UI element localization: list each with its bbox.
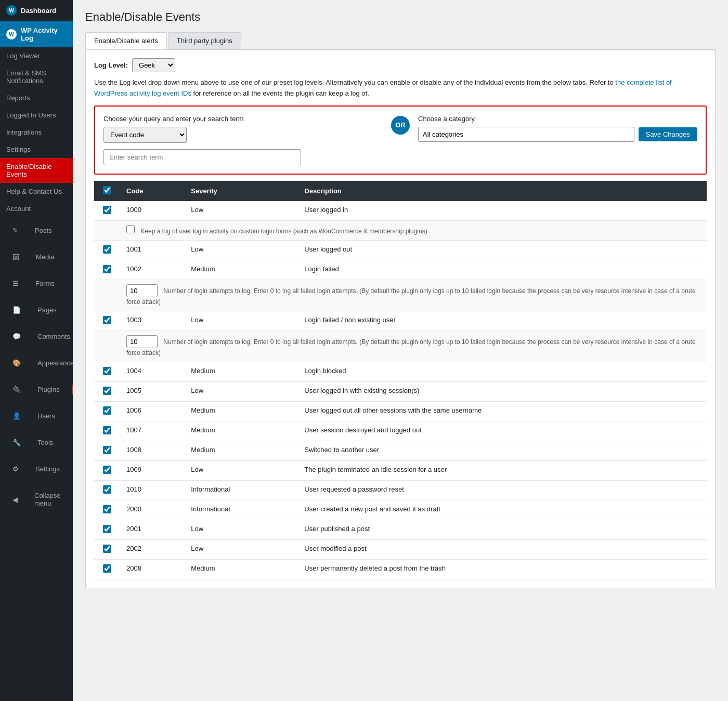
login-attempts-input-1002[interactable] — [126, 284, 158, 297]
cell-description-2008: User permanently deleted a post from the… — [298, 559, 707, 579]
sidebar-item-email-sms[interactable]: Email & SMS Notifications — [0, 64, 73, 89]
wpa-sub-nav: Log ViewerEmail & SMS NotificationsRepor… — [0, 47, 73, 217]
events-table: Code Severity Description 1000LowUser lo… — [94, 181, 707, 579]
wpa-icon: W — [6, 29, 17, 39]
wpa-label: WP Activity Log — [21, 27, 67, 42]
table-row: 1003LowLogin failed / non existing user — [94, 311, 707, 330]
table-row: 1004MediumLogin blocked — [94, 362, 707, 381]
cell-description-1006: User logged out all other sessions with … — [298, 401, 707, 421]
search-input[interactable] — [103, 149, 301, 165]
row-checkbox-1004[interactable] — [103, 367, 111, 375]
sidebar-item-appearance[interactable]: 🎨 Appearance — [0, 350, 73, 376]
sidebar-item-integrations[interactable]: Integrations — [0, 124, 73, 141]
cell-code-1002: 1002 — [120, 260, 185, 280]
sidebar-item-wp-settings[interactable]: ⚙ Settings — [0, 456, 73, 482]
cell-code-2008: 2008 — [120, 559, 185, 579]
cell-code-1010: 1010 — [120, 480, 185, 500]
cell-severity-1000: Low — [185, 201, 298, 221]
media-icon: 🖼 — [6, 248, 25, 266]
dashboard-label: Dashboard — [21, 7, 56, 15]
row-checkbox-1002[interactable] — [103, 265, 111, 273]
row-checkbox-2002[interactable] — [103, 545, 111, 553]
table-row: 1000LowUser logged in — [94, 201, 707, 221]
row-checkbox-1007[interactable] — [103, 426, 111, 434]
table-row: 1002MediumLogin failed — [94, 260, 707, 280]
save-changes-button[interactable]: Save Changes — [639, 127, 697, 141]
sidebar-item-collapse[interactable]: ◀ Collapse menu — [0, 482, 73, 517]
sub-checkbox-1000[interactable] — [126, 225, 135, 233]
dashboard-link[interactable]: W Dashboard — [0, 0, 73, 21]
sidebar-label-forms: Forms — [29, 275, 61, 292]
category-input[interactable] — [418, 127, 634, 142]
row-checkbox-1003[interactable] — [103, 316, 111, 324]
wp-icon: W — [6, 5, 17, 16]
sidebar-label-users: Users — [31, 407, 61, 425]
sidebar-label-tools: Tools — [31, 434, 59, 451]
search-query-label: Choose your query and enter your search … — [103, 115, 383, 123]
search-input-row — [103, 149, 697, 165]
cell-description-1005: User logged in with existing session(s) — [298, 381, 707, 401]
sidebar-item-pages[interactable]: 📄 Pages — [0, 297, 73, 323]
cell-severity-1007: Medium — [185, 421, 298, 441]
row-checkbox-1009[interactable] — [103, 466, 111, 474]
category-controls: Save Changes — [418, 127, 697, 142]
cell-severity-1010: Informational — [185, 480, 298, 500]
cell-description-1000: User logged in — [298, 201, 707, 221]
row-checkbox-1010[interactable] — [103, 485, 111, 494]
search-row: Choose your query and enter your search … — [103, 115, 697, 143]
tab-third-party[interactable]: Third party plugins — [168, 32, 241, 49]
sidebar-item-reports[interactable]: Reports — [0, 89, 73, 107]
comments-icon: 💬 — [6, 328, 27, 345]
login-attempts-input-1003[interactable] — [126, 335, 158, 348]
cell-description-1010: User requested a password reset — [298, 480, 707, 500]
pages-icon: 📄 — [6, 301, 27, 319]
search-type-dropdown[interactable]: Event code Severity Description — [103, 127, 187, 143]
sidebar-item-enable-disable[interactable]: Enable/Disable Events — [0, 158, 73, 183]
cell-severity-2000: Informational — [185, 500, 298, 520]
cell-code-2002: 2002 — [120, 539, 185, 559]
sidebar-item-comments[interactable]: 💬 Comments — [0, 323, 73, 350]
sidebar: W Dashboard W WP Activity Log Log Viewer… — [0, 0, 73, 701]
sidebar-item-forms[interactable]: ☰ Forms — [0, 270, 73, 297]
row-checkbox-2008[interactable] — [103, 564, 111, 573]
sidebar-item-log-viewer[interactable]: Log Viewer — [0, 47, 73, 64]
sidebar-item-posts[interactable]: ✎ Posts — [0, 217, 73, 244]
sidebar-item-plugins[interactable]: 🔌 Plugins1 — [0, 376, 73, 403]
row-checkbox-1001[interactable] — [103, 245, 111, 254]
sub-row-content-1003: Number of login attempts to log. Enter 0… — [120, 330, 707, 362]
cell-description-1001: User logged out — [298, 240, 707, 260]
sub-row-1003: Number of login attempts to log. Enter 0… — [94, 330, 707, 362]
sidebar-item-logged-in[interactable]: Logged In Users — [0, 107, 73, 124]
row-checkbox-1006[interactable] — [103, 406, 111, 415]
table-header: Code Severity Description — [94, 181, 707, 201]
header-code: Code — [120, 181, 185, 201]
tab-enable-disable[interactable]: Enable/Disable alerts — [85, 32, 167, 49]
sidebar-item-tools[interactable]: 🔧 Tools — [0, 429, 73, 456]
sidebar-item-users[interactable]: 👤 Users — [0, 403, 73, 429]
row-checkbox-1000[interactable] — [103, 206, 111, 214]
table-row: 1007MediumUser session destroyed and log… — [94, 421, 707, 441]
cell-code-1004: 1004 — [120, 362, 185, 381]
search-left: Choose your query and enter your search … — [103, 115, 383, 143]
search-controls: Event code Severity Description — [103, 127, 383, 143]
row-checkbox-1008[interactable] — [103, 446, 111, 454]
row-checkbox-2000[interactable] — [103, 505, 111, 513]
search-select: Event code Severity Description — [103, 127, 187, 143]
cell-severity-1002: Medium — [185, 260, 298, 280]
select-all-checkbox[interactable] — [103, 186, 111, 194]
sidebar-item-account[interactable]: Account — [0, 200, 73, 217]
row-checkbox-2001[interactable] — [103, 525, 111, 533]
sidebar-item-settings[interactable]: Settings — [0, 141, 73, 158]
row-checkbox-1005[interactable] — [103, 387, 111, 395]
sub-row-content-1000: Keep a log of user log in activity on cu… — [120, 220, 707, 240]
sidebar-item-media[interactable]: 🖼 Media — [0, 244, 73, 270]
table-row: 1008MediumSwitched to another user — [94, 441, 707, 460]
wpa-link[interactable]: W WP Activity Log — [0, 21, 73, 47]
sidebar-label-media: Media — [30, 248, 60, 266]
log-level-row: Log Level: Geek Basic Custom — [94, 58, 707, 72]
log-level-select[interactable]: Geek Basic Custom — [132, 58, 175, 72]
wp-nav: ✎ Posts🖼 Media☰ Forms📄 Pages💬 Comments🎨 … — [0, 217, 73, 517]
sidebar-label-plugins: Plugins — [31, 381, 66, 398]
sidebar-item-help[interactable]: Help & Contact Us — [0, 183, 73, 200]
sub-row-cb-col — [94, 220, 120, 240]
